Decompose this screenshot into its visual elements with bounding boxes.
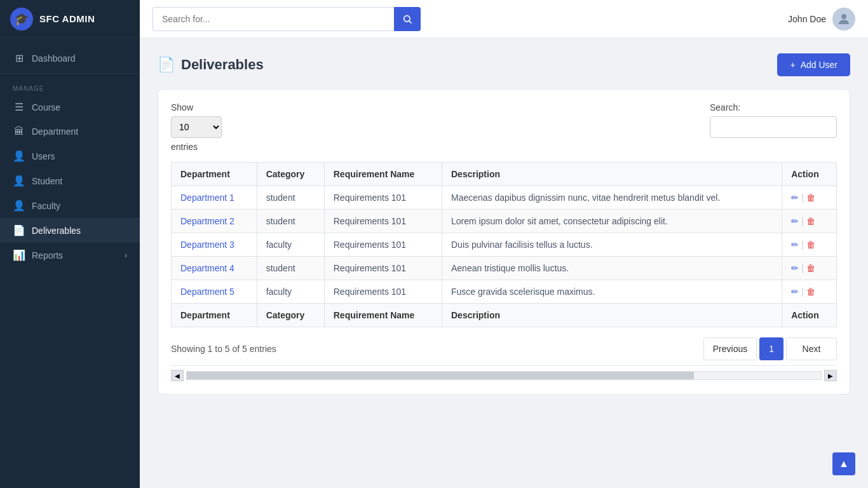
sidebar-item-label: Dashboard [32, 53, 76, 64]
deliverables-icon: 📄 [13, 224, 25, 236]
search-input[interactable] [153, 7, 394, 31]
next-button[interactable]: Next [786, 337, 837, 360]
department-link[interactable]: Department 2 [180, 216, 234, 226]
cell-description: Maecenas dapibus dignissim nunc, vitae h… [442, 186, 782, 210]
sidebar-item-users[interactable]: 👤 Users [0, 144, 140, 168]
page-1-button[interactable]: 1 [759, 337, 783, 360]
user-info: John Doe [788, 8, 855, 30]
action-separator: | [801, 263, 804, 273]
sidebar-nav: ⊞ Dashboard MANAGE ☰ Course 🏛 Department… [0, 38, 140, 275]
department-link[interactable]: Department 5 [180, 287, 234, 297]
sidebar-item-label: Deliverables [32, 226, 81, 236]
sidebar-item-student[interactable]: 👤 Student [0, 168, 140, 193]
cell-action: ✏ | 🗑 [782, 210, 837, 233]
cell-department: Department 4 [172, 257, 257, 280]
sidebar: 🎓 SFC ADMIN ⊞ Dashboard MANAGE ☰ Course … [0, 0, 140, 488]
sidebar-item-deliverables[interactable]: 📄 Deliverables [0, 218, 140, 243]
cell-department: Department 1 [172, 186, 257, 210]
scroll-track[interactable] [186, 371, 822, 380]
cell-description: Fusce gravida scelerisque maximus. [442, 280, 782, 304]
action-separator: | [801, 216, 804, 226]
cell-requirement-name: Requirements 101 [324, 186, 442, 210]
department-link[interactable]: Department 3 [180, 240, 234, 250]
delete-icon[interactable]: 🗑 [806, 216, 815, 226]
cell-action: ✏ | 🗑 [782, 257, 837, 280]
dashboard-icon: ⊞ [13, 52, 25, 64]
add-user-button[interactable]: + Add User [777, 53, 850, 76]
delete-icon[interactable]: 🗑 [806, 193, 815, 203]
cell-department: Department 2 [172, 210, 257, 233]
main-content-area: John Doe 📄 Deliverables + Add User Show [140, 0, 868, 488]
sidebar-item-department[interactable]: 🏛 Department [0, 119, 140, 144]
delete-icon[interactable]: 🗑 [806, 263, 815, 273]
table-search-label: Search: [710, 102, 837, 112]
cell-category: student [257, 257, 324, 280]
cell-department: Department 3 [172, 233, 257, 257]
avatar [832, 8, 855, 30]
table-header-row: Department Category Requirement Name Des… [172, 163, 837, 186]
edit-icon[interactable]: ✏ [791, 240, 799, 250]
scroll-left-button[interactable]: ◀ [171, 370, 184, 381]
cell-category: student [257, 186, 324, 210]
department-link[interactable]: Department 1 [180, 193, 234, 203]
search-container [153, 7, 788, 31]
user-name: John Doe [788, 14, 826, 24]
previous-button[interactable]: Previous [703, 337, 757, 360]
sidebar-item-dashboard[interactable]: ⊞ Dashboard [0, 46, 140, 71]
sidebar-item-course[interactable]: ☰ Course [0, 95, 140, 119]
sidebar-item-label: Reports [32, 250, 63, 261]
table-body: Department 1 student Requirements 101 Ma… [172, 186, 837, 304]
scroll-right-button[interactable]: ▶ [824, 370, 837, 381]
table-row: Department 3 faculty Requirements 101 Du… [172, 233, 837, 257]
page-title-icon: 📄 [158, 57, 175, 73]
page-header: 📄 Deliverables + Add User [158, 53, 850, 76]
scroll-to-top-button[interactable]: ▲ [832, 452, 855, 475]
edit-icon[interactable]: ✏ [791, 287, 799, 297]
delete-icon[interactable]: 🗑 [806, 287, 815, 297]
col-footer-category: Category [257, 304, 324, 327]
cell-category: faculty [257, 280, 324, 304]
search-button[interactable] [394, 7, 421, 31]
cell-category: student [257, 210, 324, 233]
deliverables-table: Department Category Requirement Name Des… [171, 162, 837, 327]
sidebar-app-title: SFC ADMIN [39, 13, 95, 24]
edit-icon[interactable]: ✏ [791, 193, 799, 203]
cell-description: Aenean tristique mollis luctus. [442, 257, 782, 280]
sidebar-item-faculty[interactable]: 👤 Faculty [0, 193, 140, 218]
cell-action: ✏ | 🗑 [782, 280, 837, 304]
sidebar-item-reports[interactable]: 📊 Reports › [0, 243, 140, 268]
table-search-input[interactable] [710, 116, 837, 138]
department-link[interactable]: Department 4 [180, 263, 234, 273]
sidebar-item-label: Student [32, 176, 62, 186]
table-row: Department 5 faculty Requirements 101 Fu… [172, 280, 837, 304]
chevron-right-icon: › [125, 251, 127, 260]
svg-point-0 [404, 15, 410, 21]
table-footer-row: Department Category Requirement Name Des… [172, 304, 837, 327]
add-icon: + [790, 60, 795, 70]
scroll-thumb [187, 372, 694, 379]
reports-icon: 📊 [13, 249, 25, 261]
table-row: Department 4 student Requirements 101 Ae… [172, 257, 837, 280]
col-footer-action: Action [782, 304, 837, 327]
table-row: Department 1 student Requirements 101 Ma… [172, 186, 837, 210]
show-label: Show [171, 102, 222, 112]
delete-icon[interactable]: 🗑 [806, 240, 815, 250]
edit-icon[interactable]: ✏ [791, 263, 799, 273]
action-separator: | [801, 287, 804, 297]
entries-per-page-select[interactable]: 10 25 50 100 [171, 116, 222, 138]
table-search-control: Search: [710, 102, 837, 138]
col-footer-department: Department [172, 304, 257, 327]
cell-category: faculty [257, 233, 324, 257]
cell-requirement-name: Requirements 101 [324, 280, 442, 304]
sidebar-item-label: Faculty [32, 201, 60, 211]
sidebar-item-label: Users [32, 151, 55, 161]
sidebar-header: 🎓 SFC ADMIN [0, 0, 140, 38]
faculty-icon: 👤 [13, 200, 25, 212]
edit-icon[interactable]: ✏ [791, 216, 799, 226]
action-separator: | [801, 240, 804, 250]
add-user-label: Add User [801, 60, 837, 70]
col-header-action: Action [782, 163, 837, 186]
horizontal-scrollbar: ◀ ▶ [171, 365, 837, 381]
cell-description: Duis pulvinar facilisis tellus a luctus. [442, 233, 782, 257]
col-footer-description: Description [442, 304, 782, 327]
